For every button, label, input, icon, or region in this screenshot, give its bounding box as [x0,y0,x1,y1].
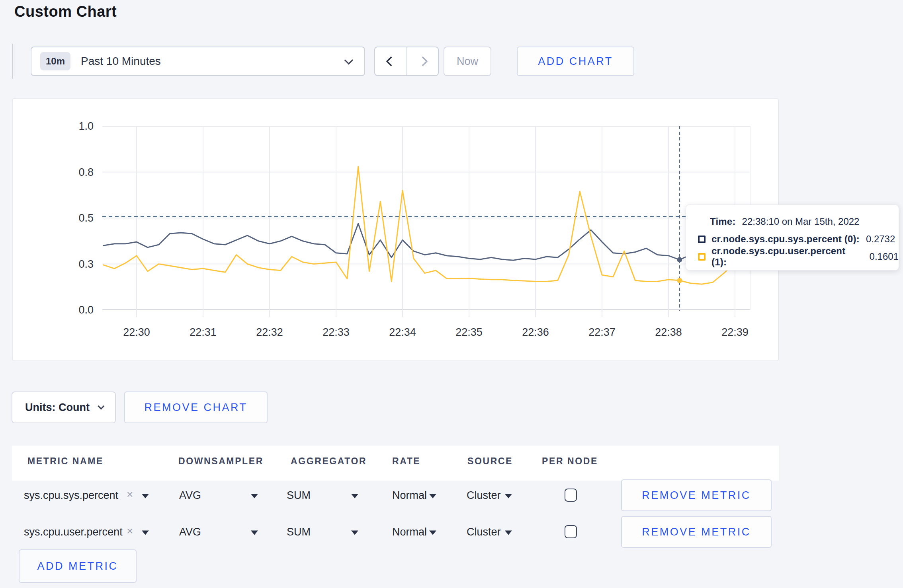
time-range-badge: 10m [40,52,70,70]
chevron-left-icon [386,56,396,66]
col-header-downsampler: DOWNSAMPLER [178,456,264,467]
rate-select[interactable]: Normal [392,526,427,538]
chart-panel[interactable]: 1.00.80.50.30.0 22:3022:3122:3222:3322:3… [12,98,779,361]
page-title: Custom Chart [14,3,117,20]
next-interval-button[interactable] [407,47,438,75]
prev-interval-button[interactable] [375,47,407,75]
col-header-rate: RATE [392,456,420,467]
metric-name-value[interactable]: sys.cpu.sys.percent [24,489,118,502]
units-label: Units: Count [25,401,90,414]
chevron-down-icon [98,403,104,410]
metric-select-arrow-icon[interactable] [142,531,149,535]
time-range-label: Past 10 Minutes [81,55,344,68]
x-tick-label: 22:37 [574,326,630,339]
crosshair-dot [677,257,682,262]
source-arrow-icon[interactable] [505,494,512,498]
aggregator-select[interactable]: SUM [287,526,311,538]
source-arrow-icon[interactable] [505,531,512,535]
chart-tooltip: Time: 22:38:10 on Mar 15th, 2022 cr.node… [686,204,899,271]
downsampler-select[interactable]: AVG [179,489,201,502]
downsampler-arrow-icon[interactable] [251,494,258,498]
units-dropdown[interactable]: Units: Count [12,391,116,423]
col-header-aggregator: AGGREGATOR [291,456,367,467]
aggregator-arrow-icon[interactable] [351,531,358,535]
metric-select-arrow-icon[interactable] [142,494,149,498]
rate-select[interactable]: Normal [392,489,427,502]
series-line-0 [104,224,746,260]
remove-metric-button[interactable]: REMOVE METRIC [621,479,772,511]
crosshair-dot [677,278,682,283]
per-node-checkbox[interactable] [565,525,577,538]
add-metric-button[interactable]: ADD METRIC [19,549,137,583]
remove-metric-button[interactable]: REMOVE METRIC [621,516,772,548]
col-header-source: SOURCE [467,456,513,467]
x-tick-label: 22:33 [308,326,364,339]
rate-arrow-icon[interactable] [429,494,436,498]
downsampler-arrow-icon[interactable] [251,531,258,535]
tooltip-time-value: 22:38:10 on Mar 15th, 2022 [742,216,860,227]
series-swatch-icon [698,236,706,243]
tooltip-series-value: 0.1601 [870,251,899,262]
y-tick-label: 0.5 [46,212,94,224]
source-select[interactable]: Cluster [467,489,501,502]
x-tick-label: 22:34 [375,326,430,339]
source-select[interactable]: Cluster [467,526,501,538]
col-header-metric-name: METRIC NAME [27,456,104,467]
y-tick-label: 0.0 [46,304,94,316]
col-header-per-node: PER NODE [542,456,598,467]
tooltip-time-label: Time: [710,216,736,227]
tooltip-series-name: cr.node.sys.cpu.sys.percent (0): [711,234,860,245]
toolbar-divider [12,44,13,79]
chevron-down-icon [344,56,354,65]
remove-chart-button[interactable]: REMOVE CHART [124,391,268,423]
clear-metric-icon[interactable]: × [127,488,133,501]
aggregator-arrow-icon[interactable] [351,494,358,498]
chevron-right-icon [418,56,428,66]
tooltip-series-value: 0.2732 [866,234,895,245]
metric-name-value[interactable]: sys.cpu.user.percent [24,526,123,538]
add-chart-button[interactable]: ADD CHART [517,47,634,76]
y-tick-label: 0.3 [46,258,94,270]
x-tick-label: 22:31 [175,326,231,339]
x-tick-label: 22:39 [707,326,763,339]
y-tick-label: 1.0 [46,120,94,132]
x-tick-label: 22:32 [242,326,297,339]
rate-arrow-icon[interactable] [429,531,436,535]
time-range-dropdown[interactable]: 10m Past 10 Minutes [31,47,365,76]
y-tick-label: 0.8 [46,166,94,178]
series-swatch-icon [698,253,706,261]
per-node-checkbox[interactable] [565,489,577,502]
time-nav-group [374,47,439,76]
now-button[interactable]: Now [444,47,491,76]
clear-metric-icon[interactable]: × [127,525,133,537]
x-tick-label: 22:38 [641,326,696,339]
aggregator-select[interactable]: SUM [287,489,311,502]
x-tick-label: 22:36 [508,326,563,339]
tooltip-series-name: cr.node.sys.cpu.user.percent (1): [711,245,863,268]
downsampler-select[interactable]: AVG [179,526,201,538]
series-line-1 [104,167,746,284]
line-chart[interactable] [102,126,751,318]
x-tick-label: 22:35 [441,326,497,339]
x-tick-label: 22:30 [109,326,164,339]
